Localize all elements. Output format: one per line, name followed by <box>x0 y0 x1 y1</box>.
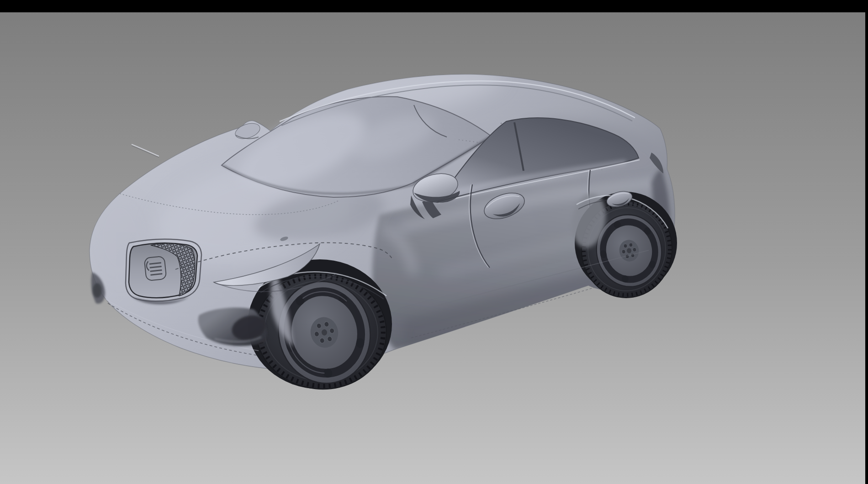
fender-crease <box>132 144 159 156</box>
grille <box>126 239 201 305</box>
nose-vent-shadow <box>93 283 102 298</box>
letterbox-right-bar <box>865 0 868 484</box>
car-model <box>90 56 677 396</box>
letterbox-top-bar <box>0 0 868 12</box>
cad-viewport[interactable]: 3D CAD viewport render of a silver-grey … <box>0 0 868 484</box>
fender-crease-shadow <box>132 146 159 158</box>
viewport-canvas[interactable] <box>0 0 868 484</box>
